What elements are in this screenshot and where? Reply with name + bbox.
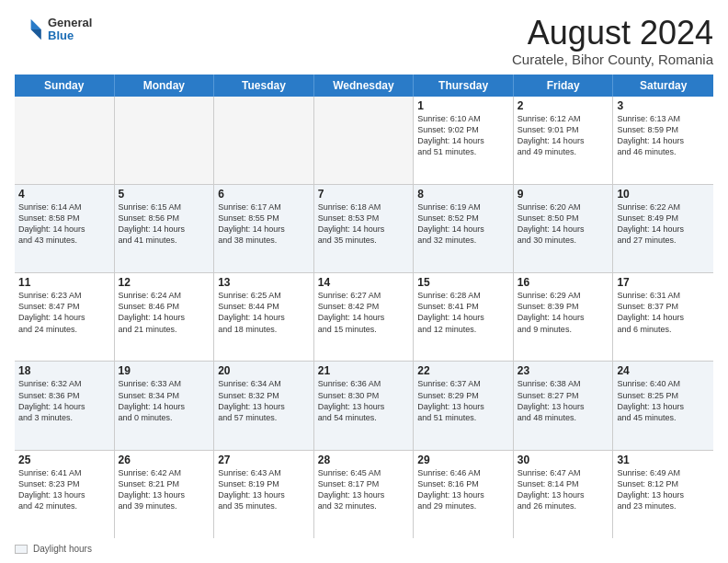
cal-cell: 15Sunrise: 6:28 AMSunset: 8:41 PMDayligh…	[414, 273, 514, 361]
cell-text: Sunrise: 6:19 AMSunset: 8:52 PMDaylight:…	[417, 201, 509, 247]
cal-cell: 2Sunrise: 6:12 AMSunset: 9:01 PMDaylight…	[514, 97, 614, 184]
cal-cell	[115, 97, 215, 184]
day-number: 23	[518, 364, 609, 377]
day-header-sunday: Sunday	[15, 75, 115, 97]
cal-cell: 7Sunrise: 6:18 AMSunset: 8:53 PMDaylight…	[314, 185, 415, 272]
cell-text: Sunrise: 6:47 AMSunset: 8:14 PMDaylight:…	[518, 467, 609, 512]
day-number: 13	[218, 276, 310, 289]
svg-marker-1	[31, 29, 41, 40]
page: General Blue August 2024 Curatele, Bihor…	[0, 0, 728, 563]
logo-text: General Blue	[48, 17, 92, 43]
cell-text: Sunrise: 6:49 AMSunset: 8:12 PMDaylight:…	[617, 467, 710, 512]
day-header-saturday: Saturday	[613, 75, 713, 97]
cal-cell	[314, 97, 415, 184]
cal-cell	[15, 97, 115, 184]
logo-general: General	[48, 17, 92, 29]
cell-text: Sunrise: 6:34 AMSunset: 8:32 PMDaylight:…	[218, 378, 310, 423]
cell-text: Sunrise: 6:14 AMSunset: 8:58 PMDaylight:…	[18, 201, 110, 247]
calendar-header: SundayMondayTuesdayWednesdayThursdayFrid…	[15, 75, 713, 97]
cal-cell: 29Sunrise: 6:46 AMSunset: 8:16 PMDayligh…	[414, 451, 514, 538]
cal-cell: 19Sunrise: 6:33 AMSunset: 8:34 PMDayligh…	[115, 362, 215, 449]
day-number: 3	[617, 99, 710, 112]
cell-text: Sunrise: 6:18 AMSunset: 8:53 PMDaylight:…	[318, 201, 410, 247]
day-number: 2	[518, 99, 609, 112]
cell-text: Sunrise: 6:43 AMSunset: 8:19 PMDaylight:…	[218, 467, 310, 512]
cell-text: Sunrise: 6:23 AMSunset: 8:47 PMDaylight:…	[18, 290, 110, 335]
day-header-thursday: Thursday	[414, 75, 514, 97]
day-number: 31	[617, 454, 710, 466]
cell-text: Sunrise: 6:15 AMSunset: 8:56 PMDaylight:…	[119, 201, 210, 247]
cal-cell: 12Sunrise: 6:24 AMSunset: 8:46 PMDayligh…	[115, 273, 215, 361]
cell-text: Sunrise: 6:13 AMSunset: 8:59 PMDaylight:…	[617, 113, 710, 158]
header: General Blue August 2024 Curatele, Bihor…	[15, 15, 713, 67]
day-number: 6	[218, 188, 310, 201]
day-number: 22	[417, 364, 509, 377]
cell-text: Sunrise: 6:22 AMSunset: 8:49 PMDaylight:…	[617, 201, 710, 247]
day-number: 5	[119, 188, 210, 201]
week-row-4: 25Sunrise: 6:41 AMSunset: 8:23 PMDayligh…	[15, 451, 713, 538]
day-number: 17	[617, 276, 710, 289]
cal-cell: 14Sunrise: 6:27 AMSunset: 8:42 PMDayligh…	[314, 273, 415, 361]
cal-cell: 1Sunrise: 6:10 AMSunset: 9:02 PMDaylight…	[414, 97, 514, 184]
day-number: 20	[218, 364, 310, 377]
cell-text: Sunrise: 6:45 AMSunset: 8:17 PMDaylight:…	[318, 467, 410, 512]
day-number: 28	[318, 454, 410, 466]
cell-text: Sunrise: 6:28 AMSunset: 8:41 PMDaylight:…	[417, 290, 509, 335]
cell-text: Sunrise: 6:25 AMSunset: 8:44 PMDaylight:…	[218, 290, 310, 335]
cell-text: Sunrise: 6:40 AMSunset: 8:25 PMDaylight:…	[617, 378, 710, 423]
day-number: 11	[18, 276, 110, 289]
day-number: 9	[518, 188, 609, 201]
cell-text: Sunrise: 6:31 AMSunset: 8:37 PMDaylight:…	[617, 290, 710, 335]
cell-text: Sunrise: 6:27 AMSunset: 8:42 PMDaylight:…	[318, 290, 410, 335]
week-row-3: 18Sunrise: 6:32 AMSunset: 8:36 PMDayligh…	[15, 362, 713, 450]
cal-cell: 6Sunrise: 6:17 AMSunset: 8:55 PMDaylight…	[214, 185, 314, 272]
day-number: 18	[18, 364, 110, 377]
logo: General Blue	[15, 15, 92, 44]
cell-text: Sunrise: 6:17 AMSunset: 8:55 PMDaylight:…	[218, 201, 310, 247]
cal-cell: 9Sunrise: 6:20 AMSunset: 8:50 PMDaylight…	[514, 185, 614, 272]
day-header-friday: Friday	[514, 75, 614, 97]
day-number: 4	[18, 188, 110, 201]
cell-text: Sunrise: 6:12 AMSunset: 9:01 PMDaylight:…	[518, 113, 609, 158]
day-number: 26	[119, 454, 210, 466]
day-number: 19	[119, 364, 210, 377]
cal-cell: 5Sunrise: 6:15 AMSunset: 8:56 PMDaylight…	[115, 185, 215, 272]
footer: Daylight hours	[15, 544, 713, 554]
calendar-body: 1Sunrise: 6:10 AMSunset: 9:02 PMDaylight…	[15, 97, 713, 538]
day-number: 25	[18, 454, 110, 466]
cell-text: Sunrise: 6:20 AMSunset: 8:50 PMDaylight:…	[518, 201, 609, 247]
cell-text: Sunrise: 6:37 AMSunset: 8:29 PMDaylight:…	[417, 378, 509, 423]
svg-marker-0	[31, 19, 41, 29]
cal-cell: 23Sunrise: 6:38 AMSunset: 8:27 PMDayligh…	[514, 362, 614, 449]
cal-cell: 26Sunrise: 6:42 AMSunset: 8:21 PMDayligh…	[115, 451, 215, 538]
main-title: August 2024	[512, 15, 713, 52]
day-header-monday: Monday	[115, 75, 215, 97]
cal-cell: 31Sunrise: 6:49 AMSunset: 8:12 PMDayligh…	[613, 451, 713, 538]
day-number: 24	[617, 364, 710, 377]
cell-text: Sunrise: 6:46 AMSunset: 8:16 PMDaylight:…	[417, 467, 509, 512]
cell-text: Sunrise: 6:24 AMSunset: 8:46 PMDaylight:…	[119, 290, 210, 335]
footer-label: Daylight hours	[33, 544, 92, 554]
week-row-1: 4Sunrise: 6:14 AMSunset: 8:58 PMDaylight…	[15, 185, 713, 273]
footer-box	[15, 545, 28, 554]
day-header-wednesday: Wednesday	[314, 75, 415, 97]
calendar: SundayMondayTuesdayWednesdayThursdayFrid…	[15, 75, 713, 538]
day-number: 8	[417, 188, 509, 201]
day-number: 16	[518, 276, 609, 289]
cal-cell: 18Sunrise: 6:32 AMSunset: 8:36 PMDayligh…	[15, 362, 115, 449]
week-row-2: 11Sunrise: 6:23 AMSunset: 8:47 PMDayligh…	[15, 273, 713, 362]
day-number: 14	[318, 276, 410, 289]
subtitle: Curatele, Bihor County, Romania	[512, 52, 713, 67]
day-number: 7	[318, 188, 410, 201]
cal-cell: 13Sunrise: 6:25 AMSunset: 8:44 PMDayligh…	[214, 273, 314, 361]
cal-cell: 22Sunrise: 6:37 AMSunset: 8:29 PMDayligh…	[414, 362, 514, 449]
cell-text: Sunrise: 6:10 AMSunset: 9:02 PMDaylight:…	[417, 113, 509, 158]
day-number: 30	[518, 454, 609, 466]
cal-cell: 20Sunrise: 6:34 AMSunset: 8:32 PMDayligh…	[214, 362, 314, 449]
day-number: 27	[218, 454, 310, 466]
title-section: August 2024 Curatele, Bihor County, Roma…	[512, 15, 713, 67]
cal-cell: 27Sunrise: 6:43 AMSunset: 8:19 PMDayligh…	[214, 451, 314, 538]
day-number: 1	[417, 99, 509, 112]
cal-cell: 28Sunrise: 6:45 AMSunset: 8:17 PMDayligh…	[314, 451, 415, 538]
cal-cell: 17Sunrise: 6:31 AMSunset: 8:37 PMDayligh…	[613, 273, 713, 361]
